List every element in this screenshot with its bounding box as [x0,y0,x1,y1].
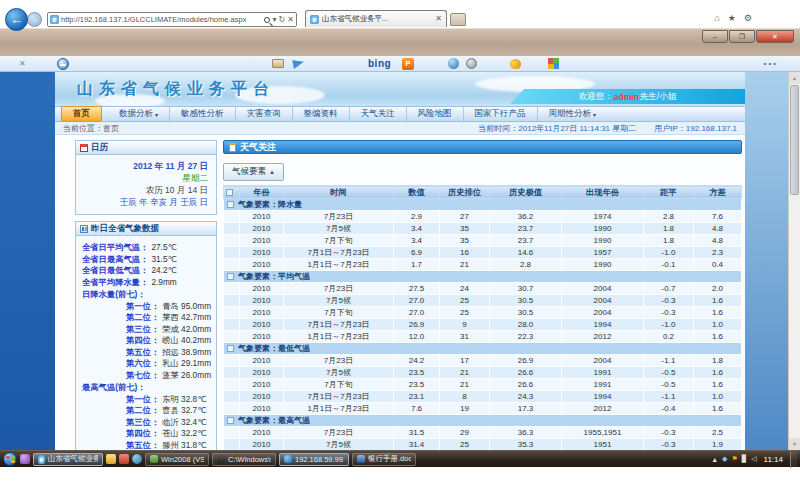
row-indent-cell [224,367,240,379]
overflow-dots-icon[interactable]: ••• [764,59,778,68]
table-row[interactable]: 20107月下旬23.52126.61991-0.51.6 [224,379,742,391]
browser-scrollbar[interactable]: ▲ ▼ [788,72,800,450]
contact-card-icon[interactable] [272,59,284,68]
tools-gear-icon[interactable]: ⚙ [744,13,752,23]
group-row-2[interactable]: 气象要素：最低气温 [224,343,742,355]
nav-item-6[interactable]: 风险地图 [407,107,464,121]
volume-icon[interactable]: ◁ [751,455,756,463]
address-bar[interactable]: e http://192.168.137.1/GLCCLIMATE/module… [47,12,297,27]
row-indent-cell [224,235,240,247]
group-checkbox[interactable] [227,345,234,352]
table-row[interactable]: 20101月1日～7月23日1.7212.81990-0.10.4 [224,259,742,271]
taskbar-window-1[interactable]: C:\Windows\s... [212,453,276,466]
row-indent-cell [224,295,240,307]
group-row-3[interactable]: 气象要素：最高气温 [224,415,742,427]
baidu-badge-icon[interactable]: P [402,58,414,70]
globe-icon[interactable] [448,58,459,69]
update-icon[interactable]: ◆ [722,455,727,463]
close-toolbar-icon[interactable]: ✕ [19,59,26,68]
column-header-7[interactable]: 方差 [694,186,742,199]
app-icon[interactable] [132,454,142,464]
table-row[interactable]: 20107月5候3.43523.719901.84.8 [224,223,742,235]
minimize-button[interactable]: – [702,30,728,43]
folder-icon[interactable] [106,454,116,464]
plugin-icon[interactable] [548,58,559,69]
table-row[interactable]: 20107月1日～7月23日26.9928.01994-1.01.0 [224,319,742,331]
hidden-icons-arrow-icon[interactable]: ▲ [711,456,718,463]
table-row[interactable]: 20107月23日31.52936.31955,1951-0.32.5 [224,427,742,439]
table-row[interactable]: 20107月23日24.21726.92004-1.11.8 [224,355,742,367]
cell-7: 1.6 [694,307,742,319]
nav-item-0[interactable]: 首页 [61,106,102,122]
group-checkbox[interactable] [227,417,234,424]
group-checkbox[interactable] [227,273,234,280]
table-row[interactable]: 20107月23日2.92736.219742.87.6 [224,211,742,223]
search-icon[interactable] [264,17,270,23]
back-button[interactable]: ← [5,8,28,31]
table-row[interactable]: 20107月5候31.42535.31951-0.31.9 [224,439,742,451]
media-player-icon[interactable] [119,454,129,464]
autocomplete-dropdown-icon[interactable]: ▾ [273,16,277,24]
new-tab-button[interactable] [450,13,466,26]
table-row[interactable]: 20107月5候27.02530.52004-0.31.6 [224,295,742,307]
nav-item-7[interactable]: 国家下行产品 [464,107,538,121]
group-row-1[interactable]: 气象要素：平均气温 [224,271,742,283]
scroll-up-icon[interactable]: ▲ [789,72,800,84]
table-row[interactable]: 20107月5候23.52126.61991-0.51.6 [224,367,742,379]
show-desktop-button[interactable] [790,451,797,468]
taskbar-window-0[interactable]: Win2008 (VS2... [145,453,209,466]
column-header-4[interactable]: 历史极值 [490,186,562,199]
network-icon[interactable]: ▊ [742,455,747,463]
scrollbar-thumb[interactable] [790,85,799,195]
column-header-6[interactable]: 距平 [644,186,694,199]
nav-item-3[interactable]: 灾害查询 [236,107,293,121]
taskbar-window-2[interactable]: 192.168.59.99... [279,453,349,466]
nav-item-8[interactable]: 周期性分析▾ [538,107,608,121]
maximize-button[interactable]: ❐ [729,30,755,43]
stop-icon[interactable]: ✕ [287,16,294,24]
camera-icon[interactable] [466,58,477,69]
home-icon[interactable]: ⌂ [714,13,719,23]
taskbar-active-window[interactable]: e 山东省气候业务平... [33,453,103,466]
column-header-1[interactable]: 时间 [284,186,394,199]
nav-item-4[interactable]: 整编资料 [293,107,350,121]
table-row[interactable]: 20107月1日～7月23日6.91614.61957-1.02.3 [224,247,742,259]
scroll-down-icon[interactable]: ▼ [789,438,800,450]
climate-element-button[interactable]: 气候要素 ▲ [223,163,284,181]
tab-close-icon[interactable]: ✕ [435,15,442,23]
group-row-0[interactable]: 气象要素：降水量 [224,199,742,211]
send-plane-icon[interactable] [292,58,305,69]
bing-logo[interactable]: bing [368,58,391,69]
browser-tab[interactable]: e 山东省气候业务平... ✕ [305,10,447,27]
taskbar-clock[interactable]: 11:14 [764,455,783,464]
column-header-0[interactable]: 年份 [240,186,284,199]
taskbar-window-3[interactable]: 银行手册.docx ... [352,453,416,466]
favorites-star-icon[interactable]: ★ [728,13,736,23]
table-row[interactable]: 20107月下旬3.43523.719901.84.8 [224,235,742,247]
tab-title: 山东省气候业务平... [322,14,432,24]
table-row[interactable]: 20101月1日～7月23日7.61917.32012-0.41.6 [224,403,742,415]
column-header-2[interactable]: 数值 [394,186,440,199]
table-row[interactable]: 20107月1日～7月23日23.1824.31994-1.11.0 [224,391,742,403]
cell-3: 16 [440,247,490,259]
table-row[interactable]: 20107月23日27.52430.72004-0.72.0 [224,283,742,295]
close-button[interactable]: ✕ [756,30,794,43]
refresh-icon[interactable]: ↻ [279,16,286,24]
column-header-5[interactable]: 出现年份 [562,186,644,199]
bird-icon[interactable] [510,59,521,69]
table-row[interactable]: 20107月下旬27.02530.52004-0.31.6 [224,307,742,319]
cell-1: 7月下旬 [284,307,394,319]
nav-item-2[interactable]: 敏感性分析 [170,107,236,121]
nav-item-5[interactable]: 天气关注 [350,107,407,121]
column-header-3[interactable]: 历史排位 [440,186,490,199]
table-row[interactable]: 20101月1日～7月23日12.03122.320120.21.6 [224,331,742,343]
url-text[interactable]: http://192.168.137.1/GLCCLIMATE/modules/… [61,15,262,24]
forward-button[interactable]: → [27,12,42,27]
compatibility-icon[interactable] [57,58,69,70]
select-all-checkbox[interactable] [226,189,233,196]
quick-launch-icon[interactable] [20,454,30,464]
group-checkbox[interactable] [227,201,234,208]
start-button[interactable] [3,452,17,466]
nav-item-1[interactable]: 数据分析▾ [108,107,170,121]
alert-flag-icon[interactable]: ⚑ [732,455,738,463]
